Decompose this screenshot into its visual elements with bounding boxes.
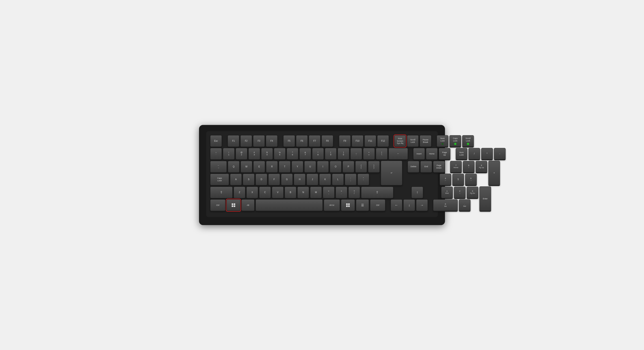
key-x[interactable]: X <box>246 187 258 198</box>
key-g[interactable]: G <box>281 174 293 185</box>
key-semicolon[interactable]: :; <box>345 174 356 185</box>
key-num-enter[interactable]: Enter <box>480 186 491 211</box>
key-l[interactable]: L <box>332 174 344 185</box>
key-f4[interactable]: F4 <box>266 135 278 147</box>
key-print-screen[interactable]: PrintScreenSys Rq <box>394 135 406 147</box>
key-num-6[interactable]: 6→ <box>465 174 477 185</box>
key-app[interactable]: ☰ <box>356 199 369 211</box>
key-f2[interactable]: F2 <box>240 135 252 147</box>
key-3[interactable]: #3 <box>248 148 260 160</box>
key-space[interactable] <box>256 199 323 211</box>
key-right-ctrl[interactable]: Ctrl <box>370 199 385 211</box>
key-slash[interactable]: ?/ <box>348 187 360 198</box>
key-8[interactable]: *8 <box>312 148 324 160</box>
key-right-win[interactable] <box>341 199 355 211</box>
key-rbracket[interactable]: }] <box>368 161 380 173</box>
key-i[interactable]: I <box>317 161 329 173</box>
key-comma[interactable]: <, <box>323 187 334 198</box>
key-home[interactable]: Home <box>426 148 438 160</box>
key-n[interactable]: N <box>298 187 309 198</box>
key-left-alt[interactable]: Alt <box>242 199 254 211</box>
key-lbracket[interactable]: {[ <box>355 161 367 173</box>
key-enter[interactable]: ↵ <box>381 161 402 185</box>
key-k[interactable]: K <box>319 174 331 185</box>
key-num-5[interactable]: 5 <box>452 174 464 185</box>
key-right-alt[interactable]: Alt Gr <box>324 199 340 211</box>
key-num-4[interactable]: 4← <box>440 174 451 185</box>
key-p[interactable]: P <box>342 161 354 173</box>
key-h[interactable]: H <box>294 174 306 185</box>
key-caps-lock[interactable]: CapsLock <box>210 174 229 185</box>
key-j[interactable]: J <box>306 174 318 185</box>
key-page-down[interactable]: PageDown <box>433 161 445 173</box>
key-u[interactable]: U <box>304 161 316 173</box>
key-b[interactable]: B <box>285 187 296 198</box>
key-num-9[interactable]: 9Pg Up <box>476 161 487 173</box>
key-esc[interactable]: Esc <box>210 135 222 147</box>
key-w[interactable]: W <box>240 161 252 173</box>
key-left-shift[interactable]: ⇧ <box>210 187 232 198</box>
key-scroll-lock[interactable]: ScrollLock <box>407 135 418 147</box>
key-f10[interactable]: F10 <box>352 135 363 147</box>
key-d[interactable]: D <box>256 174 267 185</box>
key-arrow-down[interactable]: ↓ <box>404 199 415 211</box>
key-e[interactable]: E <box>253 161 265 173</box>
key-s[interactable]: S <box>243 174 254 185</box>
key-left-win[interactable] <box>226 199 240 211</box>
key-f11[interactable]: F11 <box>364 135 376 147</box>
key-2[interactable]: @2 <box>236 148 247 160</box>
key-backslash-top[interactable]: |\ <box>376 148 388 160</box>
key-num-2[interactable]: 2↓ <box>454 187 466 198</box>
key-f6[interactable]: F6 <box>296 135 308 147</box>
key-v[interactable]: V <box>272 187 284 198</box>
key-arrow-up[interactable]: ↑ <box>412 187 423 198</box>
key-left-ctrl[interactable]: Ctrl <box>210 199 226 211</box>
key-equals[interactable]: += <box>363 148 375 160</box>
key-1[interactable]: !1 <box>223 148 234 160</box>
key-period[interactable]: >. <box>336 187 347 198</box>
key-m[interactable]: M <box>310 187 322 198</box>
key-arrow-right[interactable]: → <box>416 199 428 211</box>
key-5[interactable]: %5 <box>274 148 286 160</box>
key-t[interactable]: T <box>279 161 290 173</box>
key-arrow-left[interactable]: ← <box>391 199 402 211</box>
key-f9[interactable]: F9 <box>339 135 350 147</box>
key-end[interactable]: End <box>420 161 432 173</box>
key-0[interactable]: )0 <box>338 148 349 160</box>
key-7[interactable]: &7 <box>300 148 311 160</box>
key-a[interactable]: A <box>230 174 242 185</box>
key-tab[interactable]: ←→ <box>210 161 227 173</box>
key-num-0[interactable]: 0Ins <box>433 199 458 211</box>
key-r[interactable]: R <box>266 161 278 173</box>
key-4[interactable]: $4 <box>261 148 273 160</box>
key-num-plus[interactable]: + <box>488 161 500 185</box>
key-insert[interactable]: Insert <box>413 148 425 160</box>
key-quote[interactable]: "' <box>358 174 369 185</box>
key-f3[interactable]: F3 <box>253 135 265 147</box>
key-delete[interactable]: Delete <box>408 161 419 173</box>
key-q[interactable]: Q <box>228 161 240 173</box>
key-tilde[interactable]: ~` <box>210 148 222 160</box>
key-num-slash[interactable]: / <box>468 148 480 160</box>
key-backspace[interactable]: ← <box>389 148 408 160</box>
key-pause[interactable]: PauseBreak <box>420 135 431 147</box>
key-num-lock[interactable]: NumLock <box>456 148 467 160</box>
key-f1[interactable]: F1 <box>228 135 239 147</box>
key-num-minus[interactable]: - <box>494 148 506 160</box>
key-f8[interactable]: F8 <box>322 135 333 147</box>
key-f7[interactable]: F7 <box>309 135 320 147</box>
key-y[interactable]: Y <box>292 161 303 173</box>
key-num-7[interactable]: 7Home <box>450 161 462 173</box>
key-right-shift[interactable]: ⇧ <box>361 187 393 198</box>
key-num-dot[interactable]: .Del <box>459 199 470 211</box>
key-num-1[interactable]: 1End <box>441 187 453 198</box>
key-9[interactable]: (9 <box>325 148 336 160</box>
key-z[interactable]: Z <box>234 187 245 198</box>
key-c[interactable]: C <box>259 187 271 198</box>
key-page-up[interactable]: PageUp <box>439 148 450 160</box>
key-o[interactable]: O <box>330 161 342 173</box>
key-num-star[interactable]: * <box>481 148 493 160</box>
key-f5[interactable]: F5 <box>283 135 295 147</box>
key-6[interactable]: ^6 <box>287 148 298 160</box>
key-f[interactable]: F <box>268 174 280 185</box>
